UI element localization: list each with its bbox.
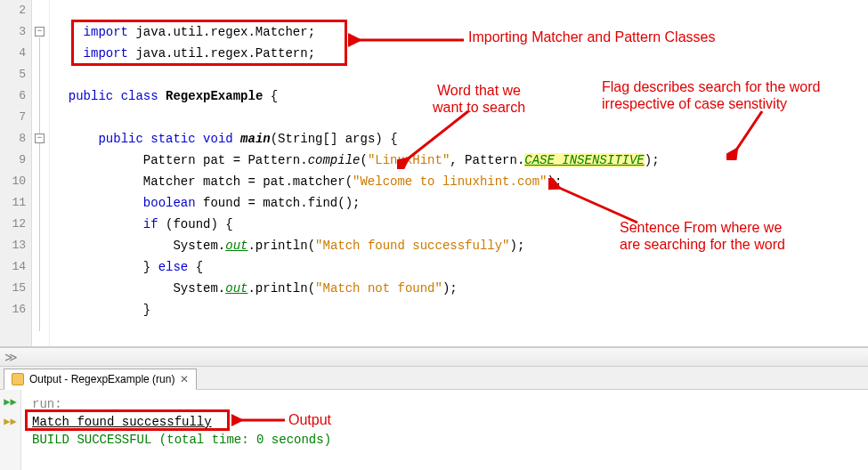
line-number: 7 [0, 107, 26, 128]
line-number: 3 [0, 21, 26, 43]
code-line: boolean found = match.find(); [53, 192, 868, 214]
line-number: 11 [0, 192, 26, 214]
line-number: 2 [0, 0, 26, 21]
line-number: 10 [0, 171, 26, 192]
output-tab-icon [12, 373, 24, 385]
code-line: System.out.println("Match not found"); [53, 278, 868, 299]
output-panel: ▶▶ ▶▶ run: Match found successfully BUIL… [0, 390, 868, 470]
output-run-line: run: [32, 395, 857, 413]
code-line: } [53, 299, 868, 320]
code-line: public class RegexpExample { [53, 85, 868, 107]
output-tabbar: Output - RegexpExample (run) ✕ [0, 367, 868, 390]
code-editor-pane: 2 3 4 5 6 7 8 9 10 11 12 13 14 15 16 − −… [0, 0, 868, 347]
line-number: 16 [0, 299, 26, 320]
code-line: import java.util.regex.Matcher; [53, 21, 868, 43]
close-icon[interactable]: ✕ [180, 373, 189, 385]
line-number: 8 [0, 128, 26, 150]
fold-guide [39, 37, 40, 331]
line-number: 6 [0, 85, 26, 107]
line-number: 12 [0, 214, 26, 235]
breadcrumb-arrow-icon[interactable]: ≫ [0, 350, 21, 365]
editor-bottom-bar: ≫ [0, 347, 868, 367]
line-number: 15 [0, 278, 26, 299]
line-number: 5 [0, 64, 26, 85]
output-match-line: Match found successfully [32, 413, 857, 431]
code-line: public static void main(String[] args) { [53, 128, 868, 150]
rerun-alt-button[interactable]: ▶▶ [3, 413, 19, 429]
line-number: 13 [0, 235, 26, 256]
fold-toggle-icon[interactable]: − [35, 134, 45, 143]
code-line: } else { [53, 256, 868, 278]
code-line: Matcher match = pat.matcher("Welcome to … [53, 171, 868, 192]
fold-toggle-icon[interactable]: − [35, 27, 45, 36]
rerun-button[interactable]: ▶▶ [3, 393, 19, 409]
code-line: System.out.println("Match found successf… [53, 235, 868, 256]
output-tab-title: Output - RegexpExample (run) [29, 373, 174, 385]
output-toolbar: ▶▶ ▶▶ [0, 390, 21, 470]
line-number: 9 [0, 150, 26, 171]
output-build-line: BUILD SUCCESSFUL (total time: 0 seconds) [32, 431, 857, 449]
code-line: if (found) { [53, 214, 868, 235]
fold-column: − − [32, 0, 50, 346]
line-number-gutter: 2 3 4 5 6 7 8 9 10 11 12 13 14 15 16 [0, 0, 32, 346]
line-number: 14 [0, 256, 26, 278]
output-tab[interactable]: Output - RegexpExample (run) ✕ [4, 369, 197, 390]
code-line: import java.util.regex.Pattern; [53, 43, 868, 64]
line-number: 4 [0, 43, 26, 64]
code-line: Pattern pat = Pattern.compile("LinuxHint… [53, 150, 868, 171]
output-text-area[interactable]: run: Match found successfully BUILD SUCC… [21, 390, 868, 470]
code-area[interactable]: import java.util.regex.Matcher; import j… [50, 0, 868, 346]
